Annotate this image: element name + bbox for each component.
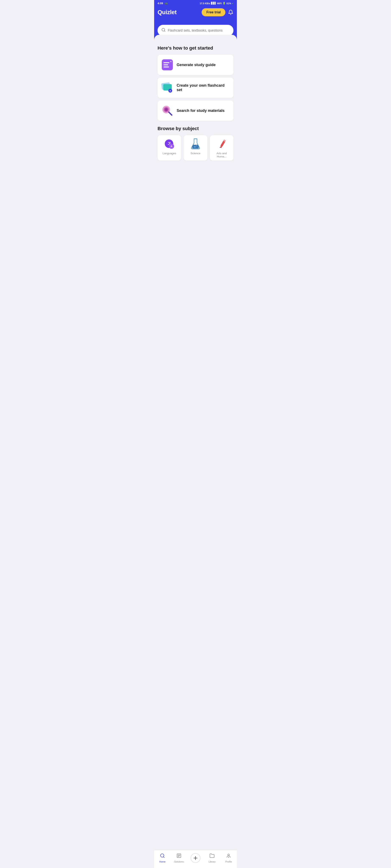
status-time: 4:09 📹 — [157, 2, 168, 5]
subject-card-science[interactable]: Science — [184, 135, 207, 161]
arts-label: Arts and Huma... — [212, 152, 232, 158]
wifi-icon: WiFi — [217, 2, 222, 5]
svg-point-11 — [196, 145, 197, 146]
study-guide-label: Generate study guide — [177, 63, 216, 67]
science-label: Science — [191, 152, 200, 155]
subject-grid: ス A Languages — [157, 135, 234, 161]
free-trial-button[interactable]: Free trial — [202, 8, 225, 16]
flashcard-icon: + — [161, 82, 173, 93]
svg-text:A: A — [171, 145, 173, 148]
line-3 — [163, 66, 169, 67]
line-1 — [163, 62, 170, 63]
svg-line-5 — [169, 112, 172, 115]
subject-card-arts[interactable]: Arts and Huma... — [210, 135, 234, 161]
languages-icon: ス A — [164, 138, 175, 150]
arts-icon-container — [216, 138, 227, 150]
search-icon — [161, 28, 166, 33]
svg-line-1 — [164, 31, 165, 32]
svg-point-10 — [194, 146, 196, 148]
status-right: 17.5 KB/s ▋▋▋ WiFi 🔋 61% ● — [200, 2, 234, 5]
create-flashcard-card[interactable]: + Create your own flashcard set — [157, 78, 234, 98]
magnifier-svg — [161, 105, 173, 116]
languages-icon-container: ス A — [164, 138, 175, 150]
arts-icon — [216, 138, 227, 150]
video-icon: 📹 — [164, 2, 168, 5]
search-materials-label: Search for study materials — [177, 108, 224, 113]
create-flashcard-label: Create your own flashcard set — [177, 83, 230, 92]
science-icon-container — [190, 138, 201, 150]
search-materials-card[interactable]: Search for study materials — [157, 100, 234, 121]
header-actions: Free trial — [202, 8, 234, 16]
line-2 — [163, 64, 168, 65]
app-logo: Quizlet — [157, 9, 177, 16]
content-spacer — [157, 161, 234, 180]
science-icon — [190, 138, 201, 150]
search-input[interactable] — [168, 29, 230, 32]
signal-icon: ▋▋▋ — [211, 2, 216, 5]
bell-icon — [228, 9, 234, 15]
getting-started-title: Here's how to get started — [157, 45, 234, 51]
search-materials-icon-container — [161, 105, 173, 117]
sparkle-icon: ✦ — [170, 60, 172, 63]
study-guide-icon-container: ✦ — [161, 59, 173, 71]
flashcard-icon-container: + — [161, 82, 173, 94]
browse-by-subject-section: Browse by subject ス A Languages — [157, 126, 234, 161]
search-materials-icon — [161, 105, 173, 116]
subject-card-languages[interactable]: ス A Languages — [157, 135, 181, 161]
flashcard-plus-icon: + — [168, 89, 172, 93]
languages-label: Languages — [162, 152, 176, 155]
notification-bell-button[interactable] — [228, 9, 234, 15]
svg-point-4 — [165, 108, 168, 111]
generate-study-guide-card[interactable]: ✦ Generate study guide — [157, 55, 234, 75]
dot-indicator: ● — [232, 2, 234, 5]
search-bar[interactable] — [157, 25, 234, 36]
browse-by-subject-title: Browse by subject — [157, 126, 234, 131]
status-bar: 4:09 📹 17.5 KB/s ▋▋▋ WiFi 🔋 61% ● — [154, 0, 237, 6]
getting-started-section: Here's how to get started ✦ Generate stu… — [157, 45, 234, 121]
main-content: Here's how to get started ✦ Generate stu… — [154, 41, 237, 184]
header-curve — [154, 35, 237, 41]
study-guide-icon: ✦ — [162, 59, 173, 70]
battery-icon: 🔋 — [223, 2, 225, 5]
header: Quizlet Free trial — [154, 6, 237, 25]
